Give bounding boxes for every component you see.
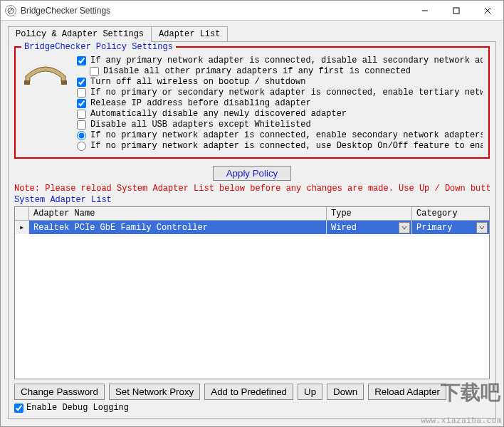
label: If any primary network adapter is connec… bbox=[90, 56, 483, 65]
label: Disable all other primary adapters if an… bbox=[103, 66, 411, 76]
tab-content: BridgeChecker Policy Settings If any pri… bbox=[8, 41, 496, 419]
row-marker-icon: ▸ bbox=[15, 221, 29, 234]
bottom-button-bar: Change Password Set Network Proxy Add to… bbox=[14, 384, 490, 400]
label: Release IP address before disabling adap… bbox=[90, 98, 311, 108]
grid-header-category[interactable]: Category bbox=[412, 207, 489, 220]
groupbox-legend: BridgeChecker Policy Settings bbox=[21, 42, 176, 52]
enable-debug-logging[interactable]: Enable Debug Logging bbox=[14, 403, 490, 413]
cell-type-value: Wired bbox=[331, 223, 357, 233]
bridge-icon bbox=[23, 60, 68, 86]
change-password-button[interactable]: Change Password bbox=[14, 384, 105, 400]
tab-bar: Policy & Adapter Settings Adapter List bbox=[8, 26, 496, 42]
chevron-down-icon[interactable] bbox=[399, 222, 410, 233]
label: Turn off all wireless on bootup / shutdo… bbox=[90, 77, 305, 87]
grid-header-name[interactable]: Adapter Name bbox=[29, 207, 327, 220]
label: If no primary network adapter is connect… bbox=[90, 130, 483, 140]
label: Disable all USB adapters except Whitelis… bbox=[90, 120, 311, 130]
policy-radio-desktop-onoff[interactable]: If no primary network adapter is connect… bbox=[77, 141, 483, 151]
up-button[interactable]: Up bbox=[298, 384, 322, 400]
radio[interactable] bbox=[77, 131, 86, 140]
policy-disable-usb[interactable]: Disable all USB adapters except Whitelis… bbox=[77, 120, 483, 130]
policy-disable-secondary[interactable]: If any primary network adapter is connec… bbox=[77, 56, 483, 65]
label: If no primary or secondary network adapt… bbox=[90, 88, 483, 97]
policy-enable-tertiary[interactable]: If no primary or secondary network adapt… bbox=[77, 88, 483, 97]
label: Enable Debug Logging bbox=[26, 403, 129, 413]
policy-auto-disable-new[interactable]: Automatically disable any newly discover… bbox=[77, 109, 483, 119]
app-icon bbox=[5, 5, 16, 16]
close-button[interactable] bbox=[472, 1, 503, 21]
adapter-grid[interactable]: Adapter Name Type Category ▸ Realtek PCI… bbox=[14, 206, 490, 379]
checkbox[interactable] bbox=[77, 88, 86, 97]
apply-policy-button[interactable]: Apply Policy bbox=[213, 166, 292, 181]
checkbox[interactable] bbox=[77, 56, 86, 65]
grid-header-marker bbox=[15, 207, 29, 220]
set-network-proxy-button[interactable]: Set Network Proxy bbox=[109, 384, 200, 400]
checkbox[interactable] bbox=[77, 110, 86, 119]
checkbox[interactable] bbox=[77, 120, 86, 130]
tab-policy-adapter-settings[interactable]: Policy & Adapter Settings bbox=[8, 26, 152, 42]
svg-rect-3 bbox=[453, 8, 459, 14]
cell-adapter-name[interactable]: Realtek PCIe GbE Family Controller bbox=[29, 221, 327, 234]
label: If no primary network adapter is connect… bbox=[90, 141, 483, 151]
cell-category-value: Primary bbox=[416, 223, 452, 233]
checkbox[interactable] bbox=[77, 78, 86, 87]
cell-type[interactable]: Wired bbox=[327, 221, 412, 234]
svg-rect-6 bbox=[24, 80, 30, 85]
policy-release-ip[interactable]: Release IP address before disabling adap… bbox=[77, 98, 483, 108]
reload-note: Note: Please reload System Adapter List … bbox=[14, 184, 490, 194]
cell-category[interactable]: Primary bbox=[412, 221, 489, 234]
checkbox[interactable] bbox=[77, 99, 86, 108]
reload-adapter-button[interactable]: Reload Adapter bbox=[368, 384, 446, 400]
policy-wireless-off[interactable]: Turn off all wireless on bootup / shutdo… bbox=[77, 77, 483, 87]
label: Automatically disable any newly discover… bbox=[90, 109, 347, 119]
policy-radio-enable-secondary[interactable]: If no primary network adapter is connect… bbox=[77, 130, 483, 140]
chevron-down-icon[interactable] bbox=[476, 222, 488, 233]
adapter-list-label: System Adapter List bbox=[14, 195, 490, 205]
grid-header-type[interactable]: Type bbox=[327, 207, 412, 220]
policy-groupbox: BridgeChecker Policy Settings If any pri… bbox=[14, 46, 490, 159]
radio[interactable] bbox=[77, 142, 86, 151]
tab-adapter-list[interactable]: Adapter List bbox=[151, 26, 228, 42]
maximize-button[interactable] bbox=[441, 1, 472, 21]
svg-rect-7 bbox=[61, 80, 67, 85]
window-buttons bbox=[409, 1, 503, 21]
window-title: BridgeChecker Settings bbox=[21, 6, 409, 16]
minimize-button[interactable] bbox=[409, 1, 441, 21]
checkbox[interactable] bbox=[90, 67, 99, 76]
titlebar: BridgeChecker Settings bbox=[1, 1, 503, 21]
svg-line-1 bbox=[9, 9, 13, 13]
table-row[interactable]: ▸ Realtek PCIe GbE Family Controller Wir… bbox=[15, 221, 489, 234]
policy-disable-other-primary[interactable]: Disable all other primary adapters if an… bbox=[90, 66, 483, 76]
checkbox[interactable] bbox=[14, 404, 23, 413]
down-button[interactable]: Down bbox=[327, 384, 364, 400]
grid-header: Adapter Name Type Category bbox=[15, 207, 489, 221]
add-to-predefined-button[interactable]: Add to Predefined bbox=[204, 384, 293, 400]
